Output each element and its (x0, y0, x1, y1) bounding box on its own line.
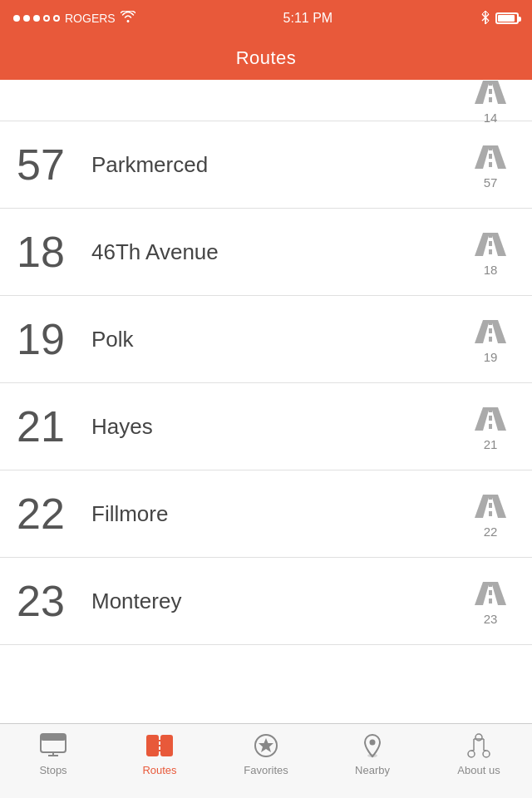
tab-about[interactable]: About us (426, 731, 532, 776)
stops-icon (38, 731, 68, 761)
route-name-18: 46Th Avenue (91, 239, 466, 265)
page-title: Routes (236, 47, 297, 69)
status-left: ROGERS (13, 11, 135, 26)
wifi-icon (121, 11, 135, 26)
about-icon (464, 731, 494, 761)
tab-nearby-label: Nearby (355, 764, 390, 776)
svg-rect-20 (489, 511, 492, 516)
svg-rect-23 (489, 598, 492, 603)
route-item-57[interactable]: 57 Parkmerced 57 (0, 121, 532, 209)
route-icon-21: 21 (466, 402, 515, 451)
signal-dot-3 (33, 15, 40, 22)
svg-rect-3 (489, 81, 492, 86)
svg-rect-19 (489, 503, 492, 508)
route-item-22[interactable]: 22 Fillmore 22 (0, 470, 532, 558)
route-icon-num-22: 22 (484, 525, 498, 539)
svg-rect-21 (489, 582, 492, 587)
signal-dot-4 (43, 15, 50, 22)
svg-rect-10 (489, 241, 492, 246)
tab-bar: Stops Routes Favorites (0, 723, 532, 798)
svg-point-40 (468, 751, 475, 757)
signal-dot-5 (53, 15, 60, 22)
svg-rect-7 (489, 154, 492, 159)
status-bar: ROGERS 5:11 PM (0, 0, 532, 37)
route-number-19: 19 (17, 314, 91, 364)
route-icon-number-partial: 14 (484, 111, 498, 125)
svg-marker-36 (259, 738, 273, 752)
route-name-57: Parkmerced (91, 152, 466, 178)
route-icon-23: 23 (466, 577, 515, 626)
favorites-icon (251, 731, 281, 761)
tab-favorites[interactable]: Favorites (213, 731, 319, 776)
route-number-57: 57 (17, 140, 91, 190)
tab-nearby[interactable]: Nearby (319, 731, 426, 776)
route-icon-num-21: 21 (484, 437, 498, 451)
battery-icon (495, 12, 519, 24)
route-number-23: 23 (17, 576, 91, 626)
svg-rect-8 (489, 162, 492, 167)
svg-rect-17 (489, 424, 492, 429)
svg-rect-13 (489, 328, 492, 333)
nearby-icon (357, 731, 387, 761)
tab-stops[interactable]: Stops (0, 731, 106, 776)
svg-point-39 (475, 734, 482, 741)
bluetooth-icon (480, 10, 490, 27)
svg-point-41 (483, 751, 490, 757)
route-icon-num-19: 19 (484, 350, 498, 364)
svg-rect-14 (489, 337, 492, 342)
tab-favorites-label: Favorites (244, 764, 288, 776)
route-number-21: 21 (17, 401, 91, 451)
route-name-19: Polk (91, 327, 466, 352)
carrier-label: ROGERS (65, 12, 116, 25)
tab-stops-label: Stops (39, 764, 66, 776)
svg-rect-12 (489, 320, 492, 325)
route-icon-18: 18 (466, 228, 515, 277)
svg-rect-22 (489, 590, 492, 595)
status-time: 5:11 PM (283, 11, 333, 26)
signal-dot-1 (13, 15, 20, 22)
route-icon-container-partial: 14 (466, 76, 515, 125)
routes-list: 57 Parkmerced 57 18 46Th Avenue 18 (0, 121, 532, 645)
svg-rect-4 (489, 89, 492, 94)
svg-rect-11 (489, 249, 492, 254)
svg-rect-9 (489, 233, 492, 238)
route-item-21[interactable]: 21 Hayes 21 (0, 383, 532, 470)
route-icon-57: 57 (466, 140, 515, 190)
route-icon-num-18: 18 (484, 263, 498, 277)
status-right (480, 10, 519, 27)
svg-rect-18 (489, 495, 492, 500)
route-item-23[interactable]: 23 Monterey 23 (0, 558, 532, 645)
route-icon-num-57: 57 (484, 175, 498, 190)
signal-dot-2 (23, 15, 30, 22)
svg-rect-6 (489, 145, 492, 150)
route-icon-19: 19 (466, 315, 515, 364)
tab-routes-label: Routes (142, 764, 176, 776)
route-name-21: Hayes (91, 414, 466, 440)
route-icon-num-23: 23 (484, 612, 498, 626)
svg-rect-5 (489, 97, 492, 102)
routes-icon (145, 731, 175, 761)
route-name-22: Fillmore (91, 501, 466, 527)
svg-rect-15 (489, 407, 492, 412)
route-item-18[interactable]: 18 46Th Avenue 18 (0, 209, 532, 296)
route-name-23: Monterey (91, 589, 466, 614)
svg-rect-25 (41, 734, 66, 741)
svg-point-37 (370, 740, 376, 746)
page-header: Routes (0, 37, 532, 80)
route-number-22: 22 (17, 489, 91, 539)
route-icon-22: 22 (466, 490, 515, 539)
route-number-18: 18 (17, 227, 91, 277)
svg-point-38 (367, 754, 377, 757)
tab-routes[interactable]: Routes (106, 731, 213, 776)
route-item-19[interactable]: 19 Polk 19 (0, 296, 532, 383)
route-item-partial[interactable]: 14 (0, 80, 532, 121)
svg-rect-16 (489, 416, 492, 421)
tab-about-label: About us (457, 764, 500, 776)
